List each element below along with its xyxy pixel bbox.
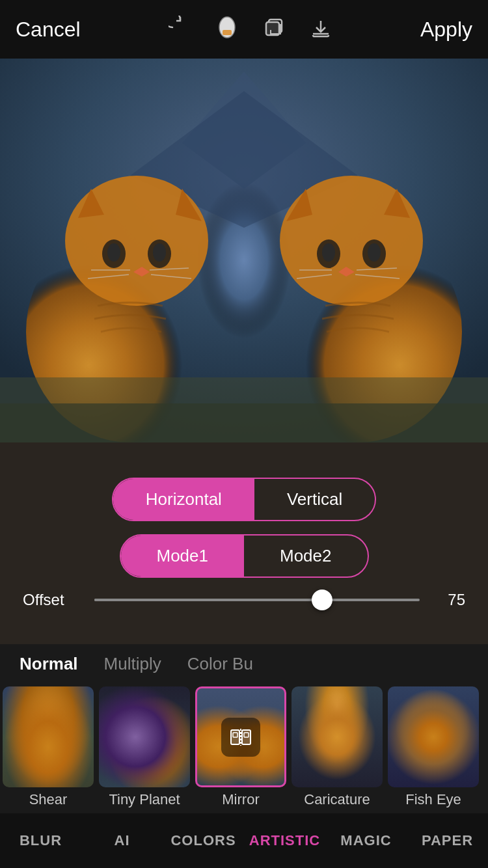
rotate-icon[interactable] <box>169 16 192 44</box>
tiny-planet-label: Tiny Planet <box>109 791 180 808</box>
tab-artistic-label: ARTISTIC <box>249 832 320 849</box>
toolbar-icons <box>169 16 332 44</box>
mode2-button[interactable]: Mode2 <box>244 536 368 576</box>
svg-point-25 <box>368 243 381 262</box>
blend-multiply[interactable]: Multiply <box>104 654 161 674</box>
tab-artistic[interactable]: ARTISTIC <box>244 832 325 849</box>
caricature-label: Caricature <box>304 791 370 808</box>
download-icon[interactable] <box>309 16 332 44</box>
mirror-icon-overlay <box>221 718 260 757</box>
tab-blur[interactable]: BLUR <box>0 832 81 849</box>
tab-magic-label: MAGIC <box>340 832 391 849</box>
fish-eye-label: Fish Eye <box>405 791 461 808</box>
horizontal-button[interactable]: Horizontal <box>113 479 254 520</box>
tab-colors-label: COLORS <box>170 832 236 849</box>
controls-panel: Horizontal Vertical Mode1 Mode2 Offset 7… <box>0 442 488 644</box>
effect-tiny-planet[interactable]: Tiny Planet <box>96 686 193 810</box>
mirror-label: Mirror <box>222 791 259 808</box>
eraser-icon[interactable] <box>215 16 239 44</box>
mode1-button[interactable]: Mode1 <box>121 536 245 576</box>
bottom-tab-bar: BLUR AI COLORS ARTISTIC MAGIC PAPER <box>0 813 488 868</box>
svg-point-12 <box>107 243 120 262</box>
svg-point-24 <box>322 243 335 262</box>
fish-eye-thumbnail <box>388 686 479 787</box>
tab-magic[interactable]: MAGIC <box>325 832 407 849</box>
svg-rect-1 <box>223 30 232 35</box>
tab-paper-label: PAPER <box>422 832 473 849</box>
blend-colorburn[interactable]: Color Bu <box>187 654 253 674</box>
mode-toggle: Mode1 Mode2 <box>120 534 369 578</box>
tab-colors[interactable]: COLORS <box>163 832 244 849</box>
svg-point-13 <box>153 243 166 262</box>
cat-image-svg <box>0 59 488 442</box>
mirror-thumbnail <box>195 686 286 787</box>
svg-point-19 <box>280 176 423 306</box>
shear-thumbnail <box>3 686 94 787</box>
offset-slider[interactable] <box>94 599 420 601</box>
offset-control: Offset 75 <box>23 591 465 609</box>
blend-modes-bar: Normal Multiply Color Bu <box>0 644 488 683</box>
top-bar: Cancel <box>0 0 488 59</box>
tab-paper[interactable]: PAPER <box>407 832 488 849</box>
effect-shear[interactable]: Shear <box>0 686 96 810</box>
cancel-button[interactable]: Cancel <box>16 18 81 42</box>
blend-normal[interactable]: Normal <box>20 654 78 674</box>
vertical-button[interactable]: Vertical <box>254 479 375 520</box>
direction-toggle: Horizontal Vertical <box>112 478 376 521</box>
offset-label: Offset <box>23 591 81 609</box>
tiny-planet-thumbnail <box>99 686 190 787</box>
layer-icon[interactable] <box>262 16 286 44</box>
effects-strip: Shear Tiny Planet Mirror Caricature <box>0 683 488 813</box>
tab-blur-label: BLUR <box>20 832 62 849</box>
caricature-thumbnail <box>291 686 383 787</box>
svg-point-7 <box>65 176 208 306</box>
effect-fish-eye[interactable]: Fish Eye <box>385 686 481 810</box>
offset-value: 75 <box>433 591 465 609</box>
tab-ai[interactable]: AI <box>81 832 163 849</box>
apply-button[interactable]: Apply <box>420 18 472 42</box>
svg-rect-31 <box>0 403 488 442</box>
shear-label: Shear <box>29 791 68 808</box>
effect-caricature[interactable]: Caricature <box>289 686 385 810</box>
tab-ai-label: AI <box>115 832 130 849</box>
effect-mirror[interactable]: Mirror <box>193 686 289 810</box>
image-preview <box>0 59 488 442</box>
